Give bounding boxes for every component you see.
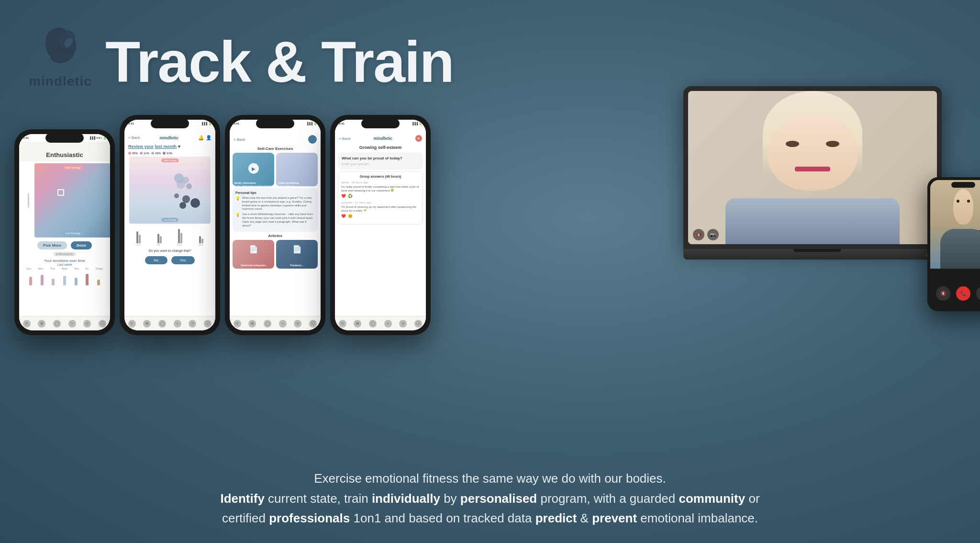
- article-card-1[interactable]: 📄 Emotional exhaustion: [233, 240, 274, 269]
- clothing-shape: [725, 198, 900, 244]
- stat-1: 25%: [128, 152, 138, 155]
- laptop-base: MacBook: [683, 249, 951, 260]
- profile-icon[interactable]: 👤: [206, 135, 212, 140]
- tip-2-icon: 💡: [235, 213, 240, 227]
- phone-2-screen: 9:41 ▐▐▐🔋 < Back mindletic 🔔 👤: [124, 120, 215, 330]
- nav4-people[interactable]: ⊙: [399, 320, 407, 328]
- phone-3-cards-row: ▶ Body relaxation 5 min · Bring ease to …: [230, 152, 321, 187]
- nav4-grid[interactable]: ⊞: [354, 320, 361, 328]
- day-labels: Sun Mon Tue Wed Thu Fri Today: [23, 266, 106, 271]
- phone-4-section-title: Growing self-esteem: [335, 144, 426, 151]
- phone-1-bottom-nav: ⊙ ⊞ ◯ ≈ ⊙ ⓘ: [19, 316, 110, 330]
- done-button[interactable]: Done: [71, 241, 92, 249]
- emotion-chart-bars: [23, 271, 106, 285]
- nav2-people[interactable]: ⊙: [189, 320, 196, 328]
- video-call-ui: 🔇 📷: [688, 91, 937, 244]
- pick-more-button[interactable]: Pick More: [37, 241, 67, 249]
- sp-mute-button[interactable]: 🔇: [936, 286, 950, 301]
- nav2-grid[interactable]: ⊞: [143, 320, 151, 328]
- nav-home[interactable]: ⊙: [23, 320, 31, 328]
- nav-people[interactable]: ⊙: [83, 320, 91, 328]
- phone-2-review: 9:41 ▐▐▐🔋 < Back mindletic 🔔 👤: [120, 115, 220, 335]
- close-button[interactable]: ✕: [415, 135, 422, 142]
- article-2-title: Pandemic...: [278, 264, 316, 267]
- scatter-low-label: Low Energy: [162, 218, 178, 222]
- period-link[interactable]: last month: [155, 144, 177, 149]
- phone-4-notch: [361, 119, 400, 128]
- article-card-2[interactable]: 📄 Pandemic...: [276, 240, 318, 269]
- nav3-grid[interactable]: ⊞: [248, 320, 256, 328]
- sp-camera-button[interactable]: 📷: [976, 286, 980, 301]
- bar-today: [97, 280, 100, 285]
- bell-icon[interactable]: 🔔: [198, 135, 204, 140]
- phone-2-back[interactable]: < Back: [128, 136, 140, 140]
- exercise-card-1[interactable]: ▶ Body relaxation 5 min · Bring ease to …: [233, 153, 274, 186]
- nav2-home[interactable]: ⊙: [128, 320, 136, 328]
- phone-2-question: Do you want to change that?: [124, 247, 215, 254]
- nav-grid[interactable]: ⊞: [38, 320, 45, 328]
- nav4-waves[interactable]: ≈: [384, 320, 392, 328]
- nav3-home[interactable]: ⊙: [234, 320, 241, 328]
- phone-2-buttons: No Yes: [124, 254, 215, 266]
- answer-2-text: I'm proud of cleaning up my apartment af…: [341, 205, 420, 213]
- no-button[interactable]: No: [145, 256, 167, 264]
- bar-thu: [75, 278, 78, 285]
- nav-info[interactable]: ⓘ: [99, 320, 106, 328]
- phone-1-emotion-tracker: 9:41 ▐▐▐ WiFi 🔋 Enthusiastic Unpleasant: [14, 129, 115, 335]
- scatter-dot-5: [174, 193, 179, 198]
- small-phone-device: 🔇 📞 📷: [927, 177, 980, 311]
- yes-button[interactable]: Yes: [171, 256, 195, 264]
- exercise-card-2[interactable]: Calm breathing 1 min · Take 2x...: [276, 153, 318, 186]
- answer-1-reactions: ❤️ ♻️: [341, 194, 420, 198]
- phone-3-avatar: [308, 135, 317, 144]
- nav4-info[interactable]: ⓘ: [414, 320, 422, 328]
- camera-off-icon[interactable]: 📷: [707, 229, 719, 240]
- nav2-waves[interactable]: ≈: [174, 320, 181, 328]
- nav2-info[interactable]: ⓘ: [204, 320, 212, 328]
- heart-reaction-2[interactable]: ❤️: [341, 214, 346, 218]
- article-1-icon: 📄: [249, 245, 258, 254]
- phone-1-screen: 9:41 ▐▐▐ WiFi 🔋 Enthusiastic Unpleasant: [19, 134, 110, 330]
- bold-predict: predict: [535, 511, 577, 525]
- phone-3-content: 9:41 ▐▐▐🔋 < Back Self-Care Exercises ▶: [230, 120, 321, 330]
- page-title: Track & Train: [105, 29, 454, 95]
- nav3-info[interactable]: ⓘ: [309, 320, 317, 328]
- nav3-chat[interactable]: ◯: [264, 320, 271, 328]
- phone-3-back[interactable]: < Back: [234, 137, 245, 142]
- nav-waves[interactable]: ≈: [68, 320, 76, 328]
- phone-1-chart-section: Your emotions over time Last week Sun Mo…: [19, 257, 110, 287]
- stat-3: 43%: [151, 152, 161, 155]
- heart-reaction[interactable]: ❤️: [341, 194, 346, 198]
- sp-end-call-button[interactable]: 📞: [956, 286, 970, 301]
- group-title: Group answers (48 hours): [341, 175, 420, 178]
- bar-mon: [41, 275, 44, 285]
- phone-4-back[interactable]: < Back: [339, 136, 351, 141]
- nav4-home[interactable]: ⊙: [339, 320, 346, 328]
- phone-1-time: 9:41: [23, 136, 29, 139]
- unpleasant-label: Unpleasant: [27, 193, 30, 207]
- nav3-people[interactable]: ⊙: [294, 320, 301, 328]
- stat-dot-2: [140, 152, 143, 155]
- nav3-waves[interactable]: ≈: [279, 320, 287, 328]
- play-button-1[interactable]: ▶: [248, 163, 259, 174]
- smile-reaction[interactable]: 😊: [348, 214, 353, 218]
- answer-2-reactions: ❤️ 😊: [341, 214, 420, 218]
- phone-3-screen: 9:41 ▐▐▐🔋 < Back Self-Care Exercises ▶: [230, 120, 321, 330]
- devices-right: 🔇 📷 MacBook: [683, 86, 970, 321]
- scatter-dot-8: [179, 202, 186, 209]
- answer-placeholder[interactable]: Enter your answer...: [342, 162, 419, 166]
- nav-chat[interactable]: ◯: [53, 320, 61, 328]
- tip-1-text: When was the last time you played a game…: [242, 196, 315, 211]
- mute-icon[interactable]: 🔇: [693, 229, 704, 240]
- recycle-reaction[interactable]: ♻️: [348, 194, 353, 198]
- bold-personalised: personalised: [460, 491, 537, 506]
- tip-2-text: Use a short bibliotherapy exercise – tak…: [242, 213, 315, 227]
- nav2-chat[interactable]: ◯: [158, 320, 166, 328]
- line1-text: Exercise emotional fitness the same way …: [314, 471, 666, 486]
- tips-title: Personal tips: [235, 191, 315, 194]
- nav4-chat[interactable]: ◯: [369, 320, 377, 328]
- axis-labels: 3/1 3/8 3/15 3/22: [128, 243, 212, 246]
- article-2-icon: 📄: [292, 245, 302, 254]
- bottom-line-3: certified professionals 1on1 and based o…: [48, 509, 932, 529]
- answer-item-1: admin · 18 hours ago I'm really proud of…: [341, 181, 420, 198]
